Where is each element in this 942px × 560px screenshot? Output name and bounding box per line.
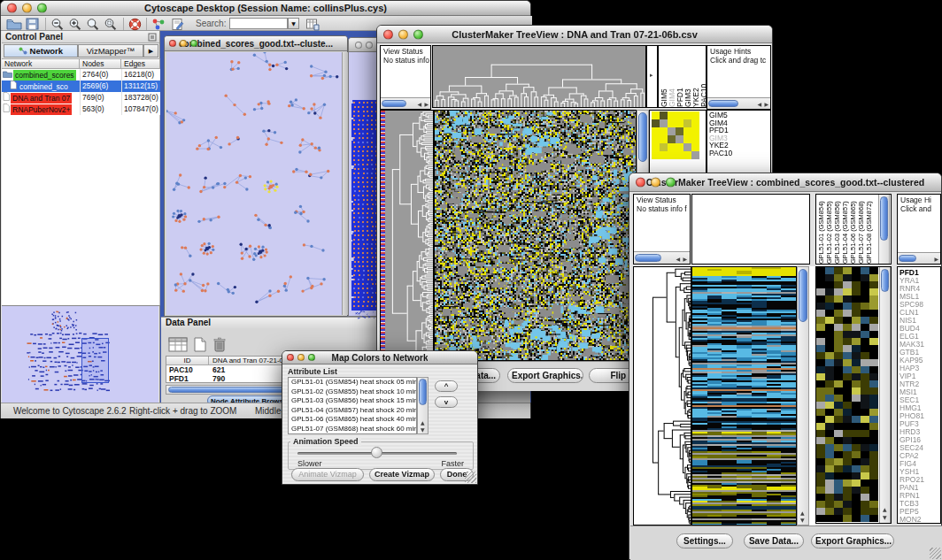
close-button[interactable] <box>7 4 17 13</box>
scroll-thumb[interactable] <box>899 255 916 262</box>
network-window-titlebar[interactable]: combined_scores_good.txt--cluste... <box>165 36 347 51</box>
network-canvas[interactable] <box>166 52 342 315</box>
heatmap-panel[interactable] <box>691 266 797 525</box>
heatmap-panel[interactable] <box>434 110 637 361</box>
attribute-item[interactable]: GPL51-07 (GSM868) heat shock 60 min <box>289 425 416 434</box>
minimize-button[interactable] <box>180 40 187 47</box>
matrix-cell[interactable] <box>691 111 699 119</box>
matrix-cell[interactable] <box>691 127 699 135</box>
scroll-thumb[interactable] <box>799 269 807 322</box>
matrix-cell[interactable] <box>652 151 660 159</box>
attribute-list-scrollbar[interactable]: ▲ ▼ <box>417 377 429 434</box>
export-graphics-button[interactable]: Export Graphics... <box>811 533 894 548</box>
view-status-scrollbar[interactable]: ◀ ▶ <box>381 97 430 109</box>
attribute-item[interactable]: GPL51-04 (GSM857) heat shock 20 min <box>289 406 416 416</box>
search-dropdown-button[interactable]: ▼ <box>288 18 299 29</box>
matrix-cell[interactable] <box>652 143 660 151</box>
float-panel-icon[interactable] <box>148 33 157 43</box>
row-dendrogram-panel[interactable] <box>633 266 691 525</box>
close-button[interactable] <box>383 29 393 39</box>
matrix-cell[interactable] <box>652 119 660 127</box>
scroll-down-icon[interactable]: ▼ <box>800 517 805 523</box>
attribute-item[interactable]: GPL51-01 (GSM854) heat shock 05 min <box>289 378 416 387</box>
scroll-up-icon[interactable]: ▲ <box>883 506 887 512</box>
heatmap-vscrollbar[interactable]: ▲ ▼ <box>797 266 809 525</box>
matrix-cell[interactable] <box>668 127 676 135</box>
tab-overflow-arrow[interactable]: ▶ <box>143 44 158 58</box>
matrix-cell[interactable] <box>660 135 668 143</box>
zoom-labels-vscrollbar[interactable] <box>878 195 890 264</box>
divider-arrow-icon[interactable]: ▸ <box>650 73 653 79</box>
usage-hints-scrollbar[interactable]: ▶ <box>898 252 940 264</box>
move-up-button[interactable]: ^ <box>435 380 458 392</box>
scroll-thumb[interactable] <box>419 379 427 405</box>
tab-vizmapper[interactable]: VizMapper™ <box>78 44 143 58</box>
close-button[interactable] <box>287 354 294 361</box>
gene-item[interactable]: MON2 <box>898 516 940 524</box>
scroll-left-icon[interactable]: ◀ <box>417 101 421 107</box>
matrix-cell[interactable] <box>676 143 683 151</box>
dendrogram-divider[interactable]: ▸ <box>646 45 658 108</box>
minimize-button[interactable] <box>398 29 408 39</box>
matrix-cell[interactable] <box>683 111 691 119</box>
save-session-icon[interactable] <box>26 18 43 32</box>
scroll-up-icon[interactable]: ▲ <box>421 419 425 426</box>
matrix-cell[interactable] <box>668 151 676 159</box>
matrix-cell[interactable] <box>691 119 699 127</box>
column-dendrogram-panel[interactable] <box>432 45 646 108</box>
table-grid-icon[interactable] <box>168 337 188 356</box>
attribute-list[interactable]: GPL51-01 (GSM854) heat shock 05 minGPL51… <box>288 377 417 434</box>
matrix-cell[interactable] <box>652 127 660 135</box>
scroll-up-icon[interactable]: ▲ <box>800 510 805 516</box>
heatmap-canvas[interactable] <box>692 267 796 525</box>
matrix-cell[interactable] <box>691 135 699 143</box>
scroll-down-icon[interactable]: ▼ <box>883 514 887 520</box>
zoom-button[interactable] <box>190 40 197 47</box>
matrix-cell[interactable] <box>683 119 691 127</box>
dialog-titlebar[interactable]: Map Colors to Network <box>282 351 477 364</box>
close-button[interactable] <box>169 40 176 47</box>
similarity-matrix[interactable] <box>652 111 699 159</box>
settings-button[interactable]: Settings... <box>676 533 733 548</box>
network-col-header[interactable]: Network <box>2 58 80 69</box>
matrix-cell[interactable] <box>683 127 691 135</box>
matrix-cell[interactable] <box>660 119 668 127</box>
zoom-heatmap-canvas[interactable] <box>816 267 878 522</box>
attribute-item[interactable]: GPL51-06 (GSM865) heat shock 40 min <box>289 415 416 425</box>
scroll-thumb[interactable] <box>382 100 406 107</box>
matrix-cell[interactable] <box>683 151 691 159</box>
scroll-right-icon[interactable]: ▶ <box>424 101 429 107</box>
attr-header-id[interactable]: ID <box>166 357 209 365</box>
matrix-cell[interactable] <box>676 127 683 135</box>
resize-grip[interactable] <box>930 548 941 559</box>
edges-col-header[interactable]: Edges <box>121 58 160 69</box>
matrix-cell[interactable] <box>652 111 660 119</box>
tab-network[interactable]: Network <box>4 44 78 58</box>
zoom-out-icon[interactable] <box>50 18 68 32</box>
scroll-thumb[interactable] <box>638 112 647 162</box>
heatmap-canvas[interactable] <box>435 111 636 360</box>
matrix-cell[interactable] <box>660 111 668 119</box>
attribute-item[interactable]: GPL51-03 (GSM856) heat shock 15 min <box>289 396 416 406</box>
matrix-cell[interactable] <box>668 143 676 151</box>
import-table-icon[interactable] <box>305 18 323 32</box>
matrix-cell[interactable] <box>652 135 660 143</box>
create-vizmap-button[interactable]: Create Vizmap <box>369 468 435 481</box>
close-button[interactable] <box>636 178 645 188</box>
gene-list[interactable]: PFD1YRA1RNR4MSL1SPC98CLN1NIS1BUD4ELG1MAK… <box>897 266 941 524</box>
save-data-button[interactable]: Save Data... <box>744 533 804 548</box>
help-ring-icon[interactable] <box>128 18 146 32</box>
scroll-left-icon[interactable]: ◀ <box>676 256 680 262</box>
scroll-right-icon[interactable]: ▶ <box>764 101 768 107</box>
minimize-button[interactable] <box>22 4 32 13</box>
matrix-cell[interactable] <box>668 119 676 127</box>
matrix-cell[interactable] <box>676 111 683 119</box>
minimize-button[interactable] <box>366 42 373 49</box>
network-row[interactable]: RNAPuberNov2+563(0)107847(0) <box>2 104 160 115</box>
main-titlebar[interactable]: Cytoscape Desktop (Session Name: collins… <box>1 1 530 16</box>
scroll-right-icon[interactable]: ▶ <box>934 256 938 262</box>
animate-vizmap-button[interactable]: Animate Vizmap <box>291 468 364 481</box>
new-attribute-icon[interactable] <box>193 337 207 356</box>
minimize-button[interactable] <box>297 354 305 361</box>
usage-hints-scrollbar[interactable]: ◀ ▶ <box>707 97 770 109</box>
